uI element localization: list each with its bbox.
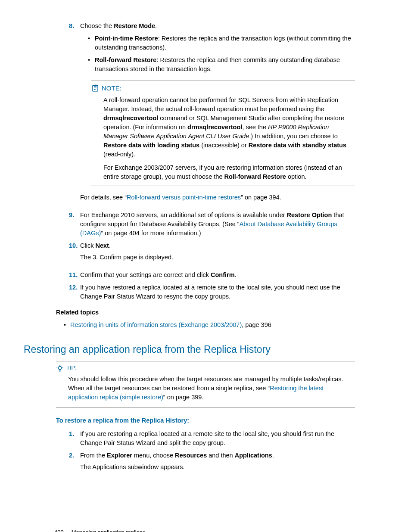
text: , see the	[242, 124, 268, 131]
text: A roll-forward operation cannot be perfo…	[103, 96, 338, 112]
text: Confirm that your settings are correct a…	[80, 271, 211, 278]
procedure-list: 1. If you are restoring a replica locate…	[56, 429, 355, 477]
step-text: If you have restored a replica located a…	[80, 283, 355, 301]
step-text: If you are restoring a replica located a…	[80, 429, 355, 448]
text: For details, see “	[80, 194, 127, 201]
text: and then	[207, 452, 235, 459]
step-11: 11. Confirm that your settings are corre…	[69, 271, 355, 280]
cmd: drmsqlrecovertool	[187, 124, 242, 131]
text: .	[272, 452, 274, 459]
resources-menu: Resources	[175, 452, 207, 459]
text: From the	[80, 452, 107, 459]
related-item: • Restoring in units of information stor…	[64, 320, 355, 330]
note-icon	[91, 84, 99, 92]
step-number: 11.	[69, 271, 80, 280]
chapter-title: Managing application replicas	[72, 529, 145, 532]
text: (read-only).	[103, 151, 135, 158]
option: Restore data with loading status	[103, 142, 199, 149]
applications-menu: Applications	[235, 452, 272, 459]
related-topics-heading: Related topics	[56, 308, 355, 317]
option: Roll-forward Restore	[224, 173, 286, 180]
text: .) In addition, you can choose to	[249, 133, 338, 140]
restore-mode-label: Restore Mode	[114, 22, 155, 29]
text: , page 396	[242, 321, 271, 328]
step-12: 12. If you have restored a replica locat…	[69, 283, 355, 301]
bullet-dot: •	[64, 320, 66, 330]
option-label: Point-in-time Restore	[95, 35, 158, 42]
ordered-list-continuation: 8. Choose the Restore Mode. • Point-in-t…	[56, 22, 355, 301]
note-heading: NOTE:	[91, 84, 355, 93]
restore-mode-options: • Point-in-time Restore: Restores the re…	[80, 34, 355, 74]
procedure-heading: To restore a replica from the Replica Hi…	[56, 416, 355, 425]
step-8-followup: For details, see “Roll-forward versus po…	[80, 193, 355, 202]
step-10-result: The 3. Confirm page is displayed.	[80, 253, 355, 262]
text: Click	[80, 242, 95, 249]
section-heading-restore-replica-history: Restoring an application replica from th…	[24, 342, 355, 357]
svg-point-1	[58, 366, 62, 370]
option-label: Roll-forward Restore	[95, 56, 156, 63]
text: ” on page 399.	[163, 394, 204, 401]
text: .	[155, 22, 157, 29]
step-number: 12.	[69, 283, 80, 301]
step-body: Choose the Restore Mode. • Point-in-time…	[80, 22, 355, 207]
proc-step-2-result: The Applications subwindow appears.	[80, 463, 355, 472]
option-point-in-time: • Point-in-time Restore: Restores the re…	[88, 34, 355, 52]
text: ” on page 394.	[241, 194, 281, 201]
note-body: A roll-forward operation cannot be perfo…	[91, 96, 355, 181]
step-8: 8. Choose the Restore Mode. • Point-in-t…	[69, 22, 355, 207]
bullet-dot: •	[88, 34, 95, 52]
tip-body: You should follow this procedure when th…	[56, 375, 355, 402]
tip-label: TIP:	[66, 364, 77, 372]
text: (inaccessible) or	[199, 142, 249, 149]
confirm-button-label: Confirm	[211, 271, 235, 278]
tip-callout: TIP: You should follow this procedure wh…	[56, 361, 355, 408]
explorer-menu: Explorer	[107, 452, 132, 459]
step-number: 8.	[69, 22, 80, 207]
text: menu, choose	[132, 452, 175, 459]
tip-heading: TIP:	[56, 364, 355, 372]
step-10: 10. Click Next. The 3. Confirm page is d…	[69, 241, 355, 267]
tip-icon	[56, 364, 64, 372]
text: Choose the	[80, 22, 114, 29]
page-number: 400	[54, 529, 64, 532]
text: .	[109, 242, 111, 249]
step-number: 2.	[69, 451, 80, 477]
cmd: drmsqlrecovertool	[103, 115, 158, 121]
related-topics-list: • Restoring in units of information stor…	[56, 320, 355, 330]
step-number: 10.	[69, 241, 80, 267]
proc-step-2: 2. From the Explorer menu, choose Resour…	[69, 451, 355, 477]
text: .	[235, 271, 237, 278]
option-roll-forward: • Roll-forward Restore: Restores the rep…	[88, 56, 355, 74]
text: For Exchange 2010 servers, an additional…	[80, 212, 287, 218]
step-number: 9.	[69, 211, 80, 238]
link-rollforward-vs-pit[interactable]: Roll-forward versus point-in-time restor…	[127, 194, 241, 201]
text: ” on page 404 for more information.)	[101, 230, 201, 236]
text: option.	[286, 173, 307, 180]
next-button-label: Next	[95, 242, 109, 249]
option: Restore data with standby status	[249, 142, 346, 149]
note-label: NOTE:	[102, 84, 121, 93]
step-9: 9. For Exchange 2010 servers, an additio…	[69, 211, 355, 238]
page-footer: 400 Managing application replicas	[54, 529, 355, 532]
note-callout: NOTE: A roll-forward operation cannot be…	[91, 81, 355, 186]
step-number: 1.	[69, 429, 80, 448]
proc-step-1: 1. If you are restoring a replica locate…	[69, 429, 355, 448]
link-restoring-info-stores[interactable]: Restoring in units of information stores…	[70, 321, 242, 328]
restore-option-label: Restore Option	[287, 212, 332, 218]
bullet-dot: •	[88, 56, 95, 74]
